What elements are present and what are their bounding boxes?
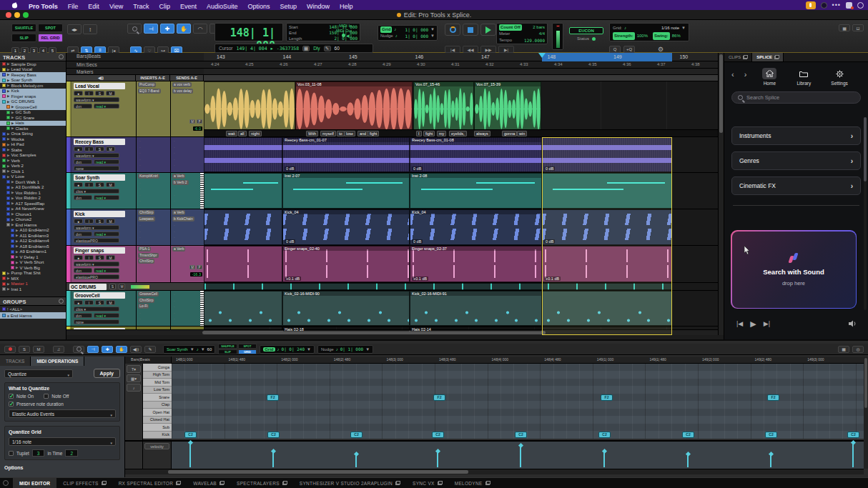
midi-note-f2[interactable]: F2 <box>267 394 279 401</box>
lyric-marker[interactable]: lose <box>344 131 355 136</box>
selector-tool-icon[interactable]: ✚ <box>160 24 174 34</box>
midi-note-c2[interactable]: C2 <box>350 432 363 438</box>
previous-icon[interactable]: |◀ <box>736 320 743 327</box>
ruler-label-bars[interactable]: Bars|Beats <box>66 53 204 61</box>
track-list-item[interactable]: ▶Soar Synth <box>0 78 66 84</box>
track-view-selector[interactable]: waveform ▾ <box>74 262 119 267</box>
fast-forward-button[interactable]: ▶▶ <box>480 46 496 53</box>
midi-edit-mode-slip[interactable]: SLIP <box>218 349 237 354</box>
velocity-stem[interactable] <box>355 454 357 467</box>
category-instruments[interactable]: Instruments› <box>731 126 861 145</box>
input-monitor-button[interactable]: I <box>84 146 94 151</box>
zoomer-tool-icon[interactable] <box>127 24 142 34</box>
clock-icon[interactable] <box>857 2 864 9</box>
expand-icon[interactable]: ⊡ <box>852 24 864 31</box>
midi-horizontal-scrollbar[interactable] <box>125 469 864 474</box>
record-arm-button[interactable]: ● <box>74 219 83 224</box>
track-list-item[interactable]: ▶Click 1 <box>0 169 66 174</box>
track-list-item[interactable]: ▶Chorus1 <box>0 211 66 217</box>
velocity-lane-header[interactable]: velocity <box>143 440 172 469</box>
gear-icon[interactable]: ⚙ <box>658 46 664 53</box>
insert-plugin[interactable]: GrooveCell <box>138 292 159 297</box>
track-view-selector[interactable]: waveform ▾ <box>74 153 119 158</box>
midi-note-c2[interactable]: C2 <box>598 432 611 438</box>
lane-view-icon[interactable]: ▦▾ <box>127 374 141 382</box>
bottom-tab-clip-effects[interactable]: CLIP EFFECTS <box>56 478 112 488</box>
solo-button[interactable]: S <box>95 91 104 96</box>
record-arm-button[interactable]: ● <box>74 255 83 260</box>
velocity-stem[interactable] <box>852 443 854 467</box>
send-slot[interactable]: b KickChain <box>172 216 194 221</box>
track-list-item[interactable]: ▶V Verb Big <box>0 265 66 271</box>
note-off-checkbox[interactable] <box>44 394 49 399</box>
velocity-stem[interactable] <box>437 452 438 467</box>
midi-note-c2[interactable]: C2 <box>682 432 694 438</box>
insert-plugin[interactable]: ProComp <box>138 82 156 87</box>
input-monitor-button[interactable]: I <box>84 255 94 260</box>
track-list-item[interactable]: ▶GC Snare <box>0 115 66 121</box>
midi-track-selector[interactable]: Soar Synth▼ ♪▼ 60 <box>163 345 215 354</box>
lyric-marker[interactable]: I <box>416 131 422 136</box>
group-list-item[interactable]: aEnd Harms <box>0 312 66 319</box>
mute-button[interactable]: M <box>106 146 115 151</box>
audio-clip[interactable] <box>204 209 282 245</box>
input-monitor-button[interactable]: I <box>84 182 94 187</box>
tuplet-n-field[interactable]: 3 <box>32 449 45 457</box>
track-list-item[interactable]: ▶Verb 2 <box>0 164 66 169</box>
audio-clip[interactable]: Vox.03_11-08+5.5 dB <box>295 81 413 136</box>
track-list-item[interactable]: ▶Inst 1 <box>0 287 66 292</box>
audio-clip[interactable]: Finger snaps_02-37+0.1 dB <box>410 246 542 282</box>
edit-vertical-scrollbar[interactable] <box>718 53 724 335</box>
velocity-stem[interactable] <box>520 446 521 467</box>
automation-mode-selector[interactable]: read ▾ <box>94 195 119 200</box>
track-list-item[interactable]: ▶V Delay 1 <box>0 254 66 260</box>
audio-clip[interactable] <box>204 137 282 172</box>
track-list-item[interactable]: ▶Vox Riddim 2 <box>0 196 66 201</box>
track-list-item[interactable]: ▶A11 EndHarm3 <box>0 233 66 239</box>
ruler-label-minsecs[interactable]: Min:Secs <box>66 61 204 69</box>
track-list-item[interactable]: ▶V Verb Short <box>0 260 66 266</box>
speaker-tool-icon[interactable]: ◀)) <box>130 346 142 353</box>
menu-item-audiosuite[interactable]: AudioSuite <box>202 3 243 10</box>
tuplet-m-field[interactable]: 2 <box>65 449 78 457</box>
edit-mode-spot[interactable]: SPOT <box>38 24 63 32</box>
back-icon[interactable]: ‹ <box>731 70 734 79</box>
lyric-marker[interactable]: my <box>437 131 446 136</box>
midi-ruler[interactable]: Bars|Beats 148|1| 000148|1| 480148|2| 00… <box>125 357 864 364</box>
velocity-stem[interactable] <box>687 454 689 467</box>
elastic-plugin-selector[interactable]: none <box>74 166 119 171</box>
solo-button[interactable]: S <box>95 255 104 260</box>
bottom-tab-spectralayers[interactable]: SPECTRALAYERS <box>230 478 293 488</box>
apple-logo-icon[interactable] <box>11 2 18 9</box>
midi-note-c2[interactable]: C2 <box>765 432 777 438</box>
track-list-item[interactable]: ▶Finger snaps <box>0 94 66 99</box>
elastic-plugin-selector[interactable]: elastiquePRO <box>74 274 119 279</box>
audio-clip[interactable] <box>542 173 672 209</box>
trim-tool-icon[interactable]: ⊣ <box>144 24 158 34</box>
tracks-options-icon[interactable] <box>59 54 64 59</box>
mute-button[interactable]: M <box>106 182 115 187</box>
track-list-item[interactable]: ▶Orca String <box>0 131 66 137</box>
menu-item-pro-tools[interactable]: Pro Tools <box>24 3 63 10</box>
track-list-item[interactable]: ▶Stabs <box>0 147 66 153</box>
horizontal-zoom-icon[interactable]: ◂▸ <box>67 24 82 34</box>
track-view-selector[interactable]: waveform ▾ <box>74 225 119 230</box>
midi-note-f2[interactable]: F2 <box>767 394 779 401</box>
audio-clip[interactable] <box>204 81 295 136</box>
timeline-lane-gc-drums[interactable] <box>204 283 718 291</box>
timeline-lane-kick[interactable]: Kick_040 dBKick_040 dB0 dB <box>204 209 718 246</box>
drum-lane-mid-tom[interactable]: Mid Tom <box>143 379 172 387</box>
drum-lane-sub[interactable]: Sub <box>143 424 172 432</box>
audio-clip[interactable]: Reecey Bass-cm_01-070 dB <box>282 137 410 172</box>
menu-item-window[interactable]: Window <box>302 3 335 10</box>
pencil-icon[interactable]: ✎ <box>324 46 331 51</box>
send-slot[interactable]: a vox verb <box>172 82 192 87</box>
input-monitor-button[interactable]: I <box>84 219 94 224</box>
insert-plugin[interactable]: ChnlStrp <box>138 298 154 303</box>
send-slot[interactable]: a Verb <box>172 174 185 179</box>
menu-item-options[interactable]: Options <box>242 3 275 10</box>
operation-select[interactable]: Quantize <box>4 369 73 378</box>
main-counter[interactable]: 148| 1| 000 <box>214 23 283 41</box>
grid-view-icon[interactable]: ▦ <box>839 24 850 31</box>
insert-plugin[interactable]: PSA-1 <box>138 247 151 252</box>
